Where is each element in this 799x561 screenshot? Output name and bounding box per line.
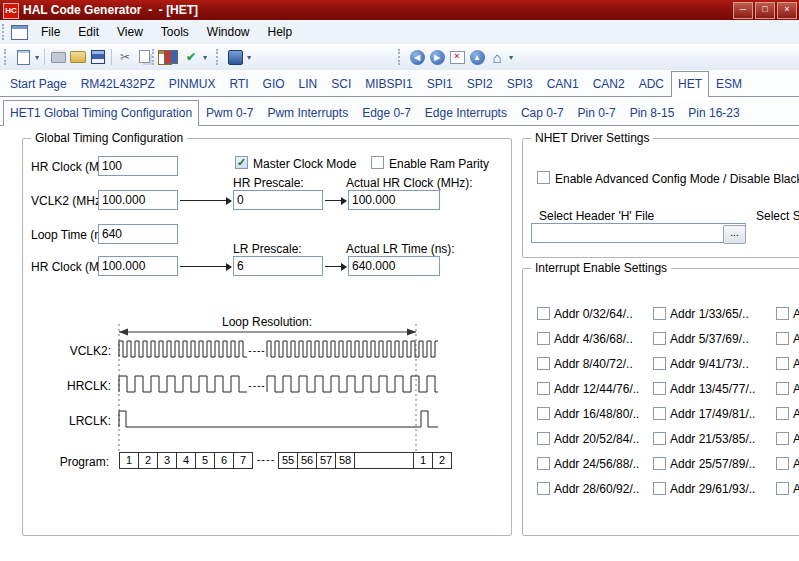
maximize-button[interactable]: □	[755, 2, 775, 19]
advanced-config-checkbox[interactable]	[537, 171, 550, 184]
interrupt-checkbox[interactable]	[653, 457, 666, 470]
interrupt-checkbox[interactable]	[776, 407, 789, 420]
nav-forward-button[interactable]: ▶	[427, 47, 447, 67]
ram-parity-checkbox[interactable]	[371, 156, 384, 169]
build-button[interactable]	[225, 47, 245, 67]
menu-window[interactable]: Window	[198, 21, 259, 43]
toolbar-grip[interactable]	[4, 49, 9, 65]
tab-gio[interactable]: GIO	[256, 71, 292, 96]
master-clock-checkbox[interactable]: ✓	[235, 156, 248, 169]
program-cell: 1	[119, 452, 139, 469]
menu-tools[interactable]: Tools	[152, 21, 198, 43]
close-window-button[interactable]: ×	[447, 47, 467, 67]
tab-pin-16-23[interactable]: Pin 16-23	[681, 100, 746, 125]
interrupt-checkbox[interactable]	[776, 457, 789, 470]
new-file-button[interactable]	[13, 47, 33, 67]
interrupt-label: Addr 2/34/66/..	[793, 307, 799, 321]
group-dropdown[interactable]: ▾	[507, 53, 515, 62]
interrupt-checkbox[interactable]	[653, 357, 666, 370]
program-cell: 7	[233, 452, 253, 469]
interrupt-checkbox[interactable]	[776, 482, 789, 495]
interrupt-checkbox[interactable]	[653, 482, 666, 495]
tab-pinmux[interactable]: PINMUX	[162, 71, 223, 96]
tab-edge-interrupts[interactable]: Edge Interrupts	[418, 100, 514, 125]
tab-sci[interactable]: SCI	[324, 71, 358, 96]
interrupt-checkbox[interactable]	[653, 307, 666, 320]
hr-prescale-input[interactable]	[233, 190, 323, 210]
interrupt-checkbox[interactable]	[776, 332, 789, 345]
print-button[interactable]	[48, 47, 68, 67]
hr-clock-input[interactable]	[98, 156, 178, 176]
mdi-child-icon[interactable]	[11, 25, 28, 40]
tab-spi3[interactable]: SPI3	[500, 71, 540, 96]
lr-prescale-input[interactable]	[233, 256, 323, 276]
menu-help[interactable]: Help	[259, 21, 302, 43]
interrupt-checkbox[interactable]	[537, 332, 550, 345]
tab-pwm-interrupts[interactable]: Pwm Interrupts	[260, 100, 355, 125]
loop-time-input[interactable]	[98, 224, 178, 244]
group-dropdown[interactable]: ▾	[201, 53, 209, 62]
toolbar-grip[interactable]	[152, 49, 157, 65]
interrupt-checkbox[interactable]	[653, 382, 666, 395]
tab-rm42l432pz[interactable]: RM42L432PZ	[74, 71, 162, 96]
tab-can1[interactable]: CAN1	[540, 71, 586, 96]
interrupt-checkbox[interactable]	[653, 432, 666, 445]
tab-edge-0-7[interactable]: Edge 0-7	[355, 100, 418, 125]
generate-code-button[interactable]: ✔	[181, 47, 201, 67]
vclk2-input[interactable]	[98, 190, 178, 210]
nav-home-button[interactable]: ⌂	[487, 47, 507, 67]
interrupt-checkbox[interactable]	[537, 432, 550, 445]
header-file-input[interactable]	[531, 223, 746, 243]
menu-view[interactable]: View	[108, 21, 152, 43]
interrupt-checkbox[interactable]	[537, 457, 550, 470]
interrupt-checkbox[interactable]	[776, 382, 789, 395]
nav-back-button[interactable]: ◀	[407, 47, 427, 67]
form-designer-button[interactable]	[161, 47, 181, 67]
menu-edit[interactable]: Edit	[69, 21, 108, 43]
tab-start-page[interactable]: Start Page	[3, 71, 74, 96]
interrupt-row: Addr 16/48/80/.. Addr 17/49/81/.. Addr 1…	[523, 407, 799, 423]
interrupt-checkbox[interactable]	[776, 307, 789, 320]
browse-header-button[interactable]: ...	[723, 225, 746, 244]
tab-het1-global-timing[interactable]: HET1 Global Timing Configuration	[3, 100, 199, 126]
tab-adc[interactable]: ADC	[632, 71, 671, 96]
toolbar-grip[interactable]	[216, 49, 221, 65]
interrupt-checkbox[interactable]	[537, 307, 550, 320]
program-gap: ----	[253, 452, 279, 469]
hr-clock2-input[interactable]	[98, 256, 178, 276]
menu-file[interactable]: File	[32, 21, 69, 43]
tab-pin-8-15[interactable]: Pin 8-15	[623, 100, 682, 125]
menu-grip[interactable]	[2, 24, 7, 40]
new-file-dropdown[interactable]: ▾	[33, 53, 41, 62]
interrupt-label: Addr 26/58/90/..	[793, 457, 799, 471]
tab-cap-0-7[interactable]: Cap 0-7	[514, 100, 571, 125]
tab-pwm-0-7[interactable]: Pwm 0-7	[199, 100, 260, 125]
interrupt-checkbox[interactable]	[537, 357, 550, 370]
interrupt-checkbox[interactable]	[653, 332, 666, 345]
minimize-button[interactable]: ─	[733, 2, 753, 19]
interrupt-checkbox[interactable]	[776, 432, 789, 445]
group-dropdown[interactable]: ▾	[245, 53, 253, 62]
tab-lin[interactable]: LIN	[292, 71, 325, 96]
actual-hr-clock-input[interactable]	[348, 190, 440, 210]
interrupt-checkbox[interactable]	[776, 357, 789, 370]
actual-lr-time-input[interactable]	[348, 256, 440, 276]
interrupt-checkbox[interactable]	[537, 407, 550, 420]
tab-esm[interactable]: ESM	[709, 71, 749, 96]
interrupt-checkbox[interactable]	[653, 407, 666, 420]
tab-can2[interactable]: CAN2	[586, 71, 632, 96]
toolbar-grip[interactable]	[398, 49, 403, 65]
interrupt-checkbox[interactable]	[537, 382, 550, 395]
tab-rti[interactable]: RTI	[222, 71, 255, 96]
tab-spi2[interactable]: SPI2	[460, 71, 500, 96]
tab-pin-0-7[interactable]: Pin 0-7	[571, 100, 623, 125]
nav-up-button[interactable]: ▲	[467, 47, 487, 67]
cut-button[interactable]: ✂	[115, 47, 135, 67]
open-button[interactable]	[68, 47, 88, 67]
save-button[interactable]	[88, 47, 108, 67]
tab-mibspi1[interactable]: MIBSPI1	[358, 71, 419, 96]
tab-het[interactable]: HET	[671, 71, 709, 97]
close-button[interactable]: ×	[777, 2, 797, 19]
interrupt-checkbox[interactable]	[537, 482, 550, 495]
tab-spi1[interactable]: SPI1	[420, 71, 460, 96]
